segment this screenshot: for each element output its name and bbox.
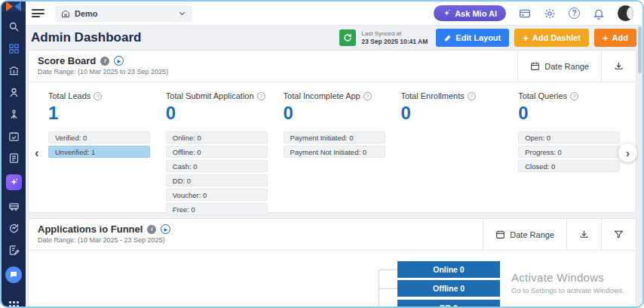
metric-row[interactable]: Cash: 0 [166, 160, 268, 172]
question-icon[interactable]: ? [363, 92, 372, 100]
notifications-bell-icon[interactable] [593, 8, 605, 20]
question-icon[interactable]: ? [257, 92, 265, 100]
apps-menu-icon[interactable] [9, 301, 19, 308]
scoreboard-card: Score Board i ▶ Date Range: (10 Mar 2025… [28, 50, 636, 213]
scrollbar-thumb[interactable] [638, 26, 642, 73]
sync-report-icon[interactable] [8, 223, 20, 234]
user-avatar[interactable] [618, 5, 633, 21]
metric-row[interactable]: Open: 0 [518, 131, 620, 143]
metric-row[interactable]: Free: 0 [166, 203, 268, 215]
search-icon[interactable] [8, 21, 20, 32]
add-label: Add [612, 33, 628, 42]
metric-value: 1 [48, 103, 166, 124]
info-icon[interactable]: i [147, 225, 156, 234]
funnel-connector-line [379, 270, 397, 270]
metric-row[interactable]: Payment Not Initiated: 0 [284, 146, 385, 158]
calendar-icon [495, 229, 505, 239]
date-range-button[interactable]: Date Range [517, 51, 601, 82]
funnel-header: Applications io Funnel i ▶ Date Range: (… [29, 219, 636, 251]
metric-label: Total Queries [518, 91, 567, 100]
date-range-button[interactable]: Date Range [483, 219, 566, 250]
metric-label: Total Submit Application [166, 91, 254, 100]
app-window: Demo Ask Mio AI ? Admin Dashboard [0, 0, 644, 308]
mio-ai-icon[interactable] [6, 174, 22, 190]
sparkle-icon [443, 9, 451, 17]
download-icon [579, 229, 589, 239]
refresh-button[interactable] [339, 29, 356, 46]
funnel-bar-offline[interactable]: Offline 0 [397, 280, 500, 297]
sidebar [2, 2, 26, 306]
metric-row[interactable]: Closed: 0 [518, 160, 620, 172]
metric-total-enrollments: Total Enrollments? 0 [400, 91, 518, 217]
question-icon[interactable]: ? [94, 92, 102, 100]
download-button[interactable] [566, 219, 601, 250]
metric-row[interactable]: Offline: 0 [166, 146, 268, 158]
info-icon[interactable]: i [100, 57, 109, 66]
metric-label: Total Incomplete App [284, 91, 360, 100]
transport-icon[interactable] [8, 201, 20, 212]
metric-row[interactable]: Verified: 0 [48, 131, 150, 143]
date-range-label: Date Range [544, 62, 589, 71]
metric-row[interactable]: Progress: 0 [518, 146, 620, 158]
scrollbar[interactable] [638, 26, 642, 306]
question-icon[interactable]: ? [570, 92, 578, 100]
logo-icon [5, 2, 22, 11]
network-icon[interactable] [8, 109, 20, 120]
download-icon [614, 61, 624, 71]
funnel-controls: Date Range [483, 219, 636, 250]
funnel-bar-dd[interactable]: DD 0 [397, 300, 500, 306]
metric-row[interactable]: Unverified: 1 [48, 146, 150, 158]
workspace-selector[interactable]: Demo [55, 5, 192, 22]
filter-button[interactable] [601, 219, 636, 250]
workspace-label: Demo [75, 9, 98, 18]
documents-icon[interactable] [8, 152, 20, 164]
metric-label: Total Enrollments [400, 91, 464, 100]
institute-icon[interactable] [8, 65, 20, 76]
funnel-bar-online[interactable]: Online 0 [397, 261, 500, 278]
metric-row[interactable]: Payment Initiated: 0 [284, 131, 385, 143]
ask-mio-ai-button[interactable]: Ask Mio AI [434, 5, 506, 21]
settings-gear-icon[interactable] [544, 8, 556, 20]
edit-layout-button[interactable]: Edit Layout [436, 29, 509, 47]
scoreboard-controls: Date Range [517, 51, 636, 82]
add-dashlet-button[interactable]: + Add Dashlet [514, 29, 589, 47]
page-header: Admin Dashboard Last Synced at 23 Sep 20… [28, 26, 636, 50]
last-synced: Last Synced at 23 Sep 2025 10:41 AM [361, 30, 428, 46]
metric-row[interactable]: Voucher: 0 [166, 189, 268, 201]
plus-icon: + [603, 33, 609, 43]
brand-logo[interactable] [2, 2, 26, 11]
chat-icon[interactable] [5, 266, 22, 283]
filter-icon [614, 229, 624, 239]
funnel-card: Applications io Funnel i ▶ Date Range: (… [28, 218, 636, 306]
billing-card-icon[interactable] [519, 8, 531, 20]
hamburger-menu-icon[interactable] [32, 9, 44, 17]
form-edit-icon[interactable] [8, 245, 20, 256]
carousel-left-icon[interactable]: ‹ [35, 146, 39, 159]
play-tutorial-icon[interactable]: ▶ [161, 224, 170, 234]
metric-row[interactable]: DD: 0 [166, 174, 268, 186]
scoreboard-metrics: Total Leads? 1 Verified: 0 Unverified: 1… [29, 82, 636, 217]
help-icon[interactable]: ? [569, 8, 580, 19]
funnel-chart: Online 0 Offline 0 DD 0 [29, 251, 636, 306]
calendar-tasks-icon[interactable] [8, 131, 20, 142]
question-icon[interactable]: ? [468, 92, 476, 100]
metric-total-incomplete-app: Total Incomplete App? 0 Payment Initiate… [284, 91, 401, 217]
date-range-label: Date Range [510, 230, 554, 239]
play-tutorial-icon[interactable]: ▶ [114, 56, 124, 66]
download-button[interactable] [601, 51, 636, 82]
add-button[interactable]: + Add [594, 29, 636, 47]
metric-row[interactable]: Online: 0 [166, 131, 268, 143]
refresh-icon [343, 33, 352, 42]
metric-value: 0 [166, 103, 284, 124]
metric-label: Total Leads [48, 91, 90, 100]
contacts-icon[interactable] [8, 87, 20, 98]
carousel-right-icon[interactable]: › [618, 143, 637, 162]
last-synced-label: Last Synced at [361, 30, 428, 38]
sidebar-icons [2, 21, 26, 308]
chevron-down-icon [178, 9, 186, 17]
dashboard-icon[interactable] [8, 43, 20, 54]
edit-layout-label: Edit Layout [455, 33, 501, 42]
calendar-icon [530, 61, 540, 71]
metric-value: 0 [518, 103, 636, 124]
last-synced-value: 23 Sep 2025 10:41 AM [361, 38, 428, 46]
